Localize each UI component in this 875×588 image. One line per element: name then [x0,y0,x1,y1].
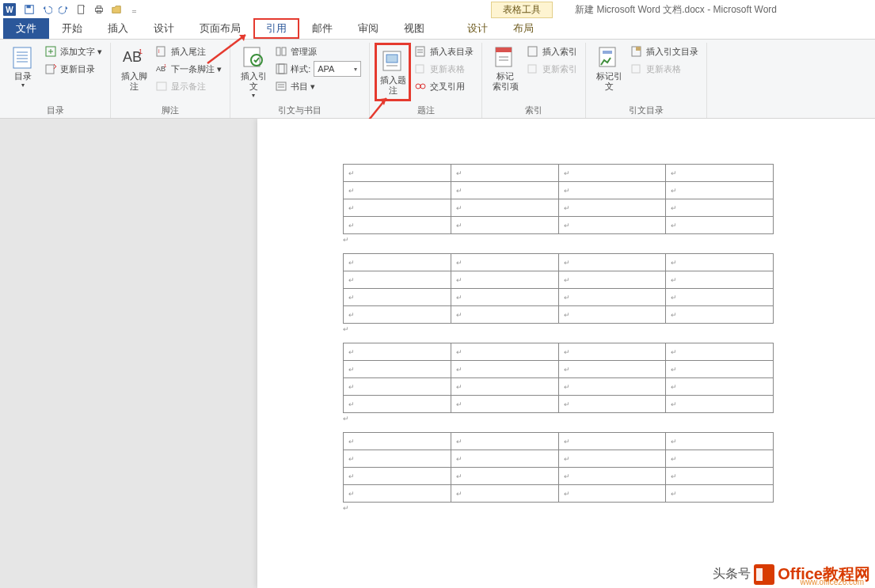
update-toa-button: 更新表格 [627,60,702,78]
svg-rect-25 [279,64,287,74]
qat-open-icon[interactable] [108,2,125,17]
update-index-button: 更新索引 [523,60,580,78]
citation-style-combo[interactable]: APA [314,61,361,77]
svg-text:1: 1 [139,47,143,55]
svg-rect-32 [416,47,424,56]
toa-icon [596,44,622,70]
caption-icon [380,48,405,74]
svg-rect-45 [603,51,612,54]
svg-rect-22 [276,47,280,55]
footnote-icon: AB1 [121,44,146,70]
qat-customize-icon[interactable]: ₌ [125,2,143,17]
next-footnote-button[interactable]: AB1下一条脚注 ▾ [152,60,225,78]
ribbon: 目录 ▾ 添加文字 ▾ 更新目录 目录 AB1 插入脚注 i插入尾注 AB1下一… [0,40,875,119]
svg-text:1: 1 [164,63,167,68]
document-area: ↵↵↵↵ ↵ ↵↵↵↵ ↵ ↵↵↵↵ ↵ ↵↵↵ ↵ 头条号 Office教程网… [0,119,875,588]
svg-point-36 [416,84,420,89]
document-page[interactable]: ↵↵↵↵ ↵ ↵↵↵↵ ↵ ↵↵↵↵ ↵ ↵↵↵ ↵ [257,119,875,588]
svg-rect-6 [13,47,31,68]
tab-file[interactable]: 文件 [3,18,49,39]
index-icon [493,44,518,70]
citation-icon [241,44,266,70]
qat-new-icon[interactable] [73,2,90,17]
table-4[interactable]: ↵↵↵ ↵ [343,432,875,512]
svg-rect-42 [528,47,537,56]
svg-rect-2 [78,6,84,14]
group-label-toa: 引文目录 [629,104,664,118]
insert-endnote-button[interactable]: i插入尾注 [152,43,225,60]
group-citations: 插入引文▾ 管理源 样式:APA 书目 ▾ 引文与书目 [230,43,370,118]
window-title: 新建 Microsoft Word 文档.docx - Microsoft Wo… [575,3,777,17]
svg-rect-12 [46,65,54,74]
table-1[interactable]: ↵↵↵↵ ↵ [343,164,875,244]
mark-entry-button[interactable]: 标记 索引项 [487,43,523,93]
tab-mailings[interactable]: 邮件 [299,18,345,39]
tab-review[interactable]: 审阅 [345,18,391,39]
svg-rect-30 [386,55,398,63]
tab-home[interactable]: 开始 [49,18,95,39]
qat-print-icon[interactable] [90,2,108,17]
tab-references[interactable]: 引用 [253,18,299,39]
group-label-captions: 题注 [417,104,435,118]
svg-rect-4 [97,6,101,9]
insert-index-button[interactable]: 插入索引 [523,43,580,60]
svg-rect-19 [157,82,166,90]
update-table-button: 更新表格 [411,60,477,78]
svg-rect-35 [416,65,424,73]
toc-label: 目录 [14,71,32,82]
word-app-icon: W [3,3,16,16]
mark-citation-button[interactable]: 标记引文 [591,43,627,93]
tab-design[interactable]: 设计 [141,18,187,39]
insert-table-figures-button[interactable]: 插入表目录 [411,43,477,60]
svg-rect-23 [282,47,286,55]
svg-rect-24 [276,64,284,74]
qat-save-icon[interactable] [21,2,38,17]
svg-rect-43 [528,65,536,73]
group-captions: 插入题注 插入表目录 更新表格 交叉引用 题注 [370,43,482,118]
svg-text:i: i [158,48,160,54]
bibliography-button[interactable]: 书目 ▾ [272,78,364,95]
citation-style-row: 样式:APA [272,60,364,78]
svg-point-37 [420,84,425,89]
qat-undo-icon[interactable] [38,2,55,17]
tab-insert[interactable]: 插入 [95,18,141,39]
tab-view[interactable]: 视图 [391,18,437,39]
contextual-tab-label: 表格工具 [491,2,553,18]
add-text-button[interactable]: 添加文字 ▾ [41,43,105,60]
cross-reference-button[interactable]: 交叉引用 [411,78,477,95]
ribbon-tabs: 文件 开始 插入 设计 页面布局 引用 邮件 审阅 视图 设计 布局 [0,19,875,40]
insert-citation-button[interactable]: 插入引文▾ [235,43,272,101]
svg-rect-39 [496,47,512,52]
tab-page-layout[interactable]: 页面布局 [187,18,253,39]
group-toc: 目录 ▾ 添加文字 ▾ 更新目录 目录 [0,43,111,118]
group-label-citations: 引文与书目 [278,104,321,118]
watermark: 头条号 Office教程网 www.office26.com [713,563,870,585]
svg-rect-1 [27,6,31,9]
svg-rect-26 [276,82,286,90]
toc-button[interactable]: 目录 ▾ [5,43,41,91]
insert-caption-button[interactable]: 插入题注 [375,43,411,101]
group-label-toc: 目录 [47,104,64,118]
tab-table-design[interactable]: 设计 [455,18,500,39]
svg-rect-47 [636,47,641,51]
tab-table-layout[interactable]: 布局 [500,18,546,39]
table-2[interactable]: ↵↵↵↵ ↵ [343,253,875,333]
table-3[interactable]: ↵↵↵↵ ↵ [343,343,875,423]
office-logo-icon [754,564,774,585]
insert-toa-button[interactable]: 插入引文目录 [627,43,702,60]
group-toa: 标记引文 插入引文目录 更新表格 引文目录 [586,43,707,118]
group-label-index: 索引 [525,104,542,118]
group-footnotes: AB1 插入脚注 i插入尾注 AB1下一条脚注 ▾ 显示备注 脚注 [111,43,230,118]
svg-rect-48 [632,65,640,73]
insert-footnote-button[interactable]: AB1 插入脚注 [116,43,152,93]
group-index: 标记 索引项 插入索引 更新索引 索引 [482,43,586,118]
group-label-footnotes: 脚注 [162,104,179,118]
show-notes-button: 显示备注 [152,78,225,95]
manage-sources-button[interactable]: 管理源 [272,43,364,60]
qat-redo-icon[interactable] [55,2,73,17]
toc-icon [10,44,36,70]
update-toc-button[interactable]: 更新目录 [41,60,105,78]
